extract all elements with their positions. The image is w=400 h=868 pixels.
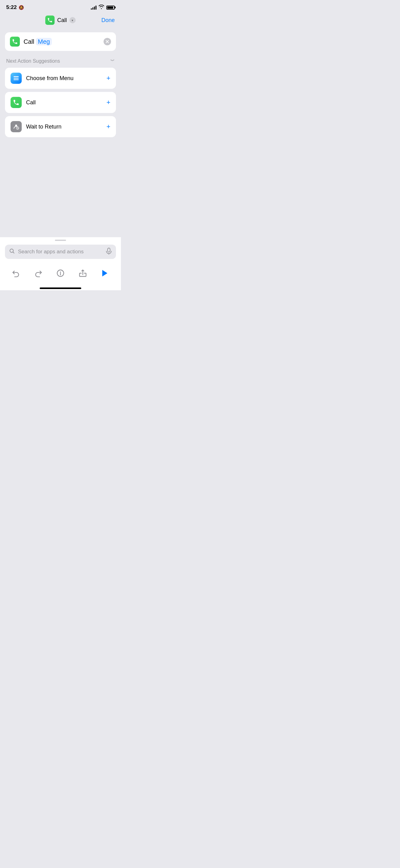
wait-return-add-button[interactable]: +	[106, 123, 110, 130]
suggestions-title: Next Action Suggestions	[6, 58, 60, 64]
clear-button[interactable]	[104, 38, 111, 45]
done-button[interactable]: Done	[101, 17, 115, 24]
suggestion-call[interactable]: Call +	[5, 92, 116, 113]
suggestions-header: Next Action Suggestions ︾	[5, 56, 116, 68]
suggestion-wait-return-label: Wait to Return	[26, 124, 102, 130]
call-app-icon	[45, 16, 55, 25]
nav-bar: Call ▾ Done	[0, 13, 121, 29]
home-bar	[40, 287, 81, 289]
time-label: 5:22	[6, 4, 17, 10]
nav-title-label: Call	[57, 17, 67, 24]
svg-rect-0	[14, 76, 19, 77]
action-call-icon	[10, 37, 20, 46]
handle-bar	[55, 240, 66, 241]
share-button[interactable]	[76, 266, 90, 280]
main-content: Call Meg Next Action Suggestions ︾ Choos…	[0, 29, 121, 237]
toolbar	[5, 264, 116, 281]
status-right	[91, 5, 115, 10]
status-time-group: 5:22 🔕	[6, 4, 24, 10]
info-button[interactable]	[54, 266, 67, 280]
search-placeholder: Search for apps and actions	[18, 249, 103, 255]
choose-menu-add-button[interactable]: +	[106, 75, 110, 82]
suggestions-section: Next Action Suggestions ︾ Choose from Me…	[5, 56, 116, 137]
home-indicator	[0, 285, 121, 290]
nav-chevron-icon[interactable]: ▾	[69, 17, 76, 23]
microphone-icon[interactable]	[106, 248, 112, 256]
wait-return-icon	[10, 121, 22, 132]
svg-rect-1	[14, 78, 19, 79]
status-bar: 5:22 🔕	[0, 0, 121, 13]
choose-menu-icon	[10, 73, 22, 84]
battery-icon	[106, 6, 115, 10]
search-icon	[9, 248, 15, 255]
bell-slash-icon: 🔕	[19, 5, 24, 10]
action-card-param[interactable]: Meg	[36, 38, 52, 45]
suggestion-wait-return[interactable]: Wait to Return +	[5, 116, 116, 137]
signal-icon	[91, 5, 96, 10]
wifi-icon	[99, 5, 104, 10]
svg-rect-2	[14, 80, 19, 80]
suggestions-chevron-icon[interactable]: ︾	[110, 58, 115, 64]
suggestion-choose-menu[interactable]: Choose from Menu +	[5, 68, 116, 89]
undo-button[interactable]	[9, 266, 23, 280]
run-button[interactable]	[98, 266, 112, 280]
action-card: Call Meg	[5, 32, 116, 51]
action-card-text: Call Meg	[24, 38, 52, 45]
svg-rect-6	[108, 248, 110, 252]
empty-area	[5, 140, 116, 234]
svg-marker-11	[102, 270, 107, 277]
bottom-bar: Search for apps and actions	[0, 245, 121, 285]
suggestion-choose-menu-label: Choose from Menu	[26, 75, 102, 82]
call-add-button[interactable]: +	[106, 99, 110, 106]
suggestion-call-label: Call	[26, 99, 102, 106]
call-suggestion-icon	[10, 97, 22, 108]
bottom-sheet-handle	[0, 237, 121, 245]
search-bar[interactable]: Search for apps and actions	[5, 245, 116, 259]
nav-title-group: Call ▾	[45, 16, 75, 25]
redo-button[interactable]	[31, 266, 45, 280]
